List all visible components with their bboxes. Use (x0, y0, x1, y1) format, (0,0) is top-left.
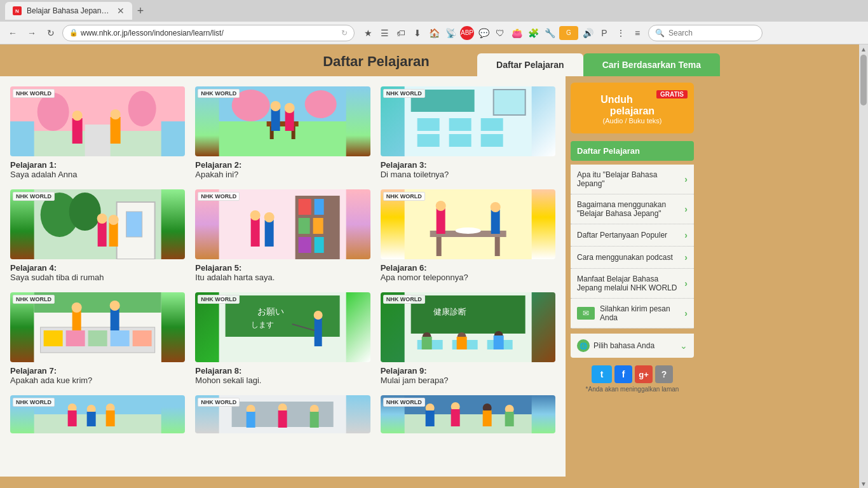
sidebar-item-0[interactable]: Apa itu "Belajar Bahasa Jepang" › (571, 165, 694, 194)
lesson-name-3: Di mana toiletnya? (381, 170, 555, 179)
language-selector[interactable]: 🌐 Pilih bahasa Anda ⌄ (571, 334, 694, 358)
sidebar-download[interactable]: GRATIS Unduh pelajaran (Audio / Buku tek… (571, 83, 694, 133)
svg-rect-18 (285, 111, 294, 131)
send-icon[interactable]: 📡 (444, 26, 458, 40)
chevron-icon-0: › (684, 174, 688, 184)
url-bar[interactable]: 🔒 www.nhk.or.jp/lesson/indonesian/learn/… (62, 25, 355, 41)
search-input[interactable] (668, 29, 756, 37)
lesson-card-10[interactable]: NHK WORLD (10, 395, 185, 433)
lesson-card-9[interactable]: NHK WORLD 健康診断 (381, 292, 555, 385)
sidebar-item-1[interactable]: Bagaimana menggunakan "Belajar Bahasa Je… (571, 194, 694, 224)
svg-point-12 (305, 90, 337, 118)
svg-rect-48 (265, 220, 274, 247)
svg-point-31 (69, 193, 101, 231)
svg-rect-5 (72, 118, 83, 144)
svg-point-37 (109, 215, 119, 225)
reload-button[interactable]: ↻ (43, 25, 58, 41)
svg-rect-86 (421, 337, 431, 349)
lesson-card-1[interactable]: NHK WORLD (10, 86, 185, 179)
svg-rect-64 (88, 330, 107, 346)
nhk-badge-10: NHK WORLD (13, 398, 55, 407)
bookmark-icon[interactable]: 🏷 (394, 26, 408, 40)
home-icon[interactable]: 🏠 (427, 26, 441, 40)
menu-icon-1[interactable]: ☰ (377, 26, 391, 40)
lesson-thumb-11: NHK WORLD (195, 395, 370, 433)
lesson-card-6[interactable]: NHK WORLD (381, 189, 555, 282)
nhk-badge: NHK WORLD (13, 89, 55, 98)
lesson-card-2[interactable]: NHK WORLD (195, 86, 370, 179)
download-icon[interactable]: ⬇ (410, 26, 424, 40)
lesson-thumb-12: NHK WORLD (381, 395, 555, 433)
lesson-card-3[interactable]: NHK WORLD (381, 86, 555, 179)
sidebar: GRATIS Unduh pelajaran (Audio / Buku tek… (566, 76, 699, 477)
tools-icon[interactable]: 🔧 (543, 26, 557, 40)
lesson-card-7[interactable]: NHK WORLD (10, 292, 185, 385)
sidebar-section-title: Daftar Pelajaran (571, 141, 694, 161)
gplus-button[interactable]: g+ (635, 365, 653, 383)
lesson-card-11[interactable]: NHK WORLD (195, 395, 370, 433)
chevron-icon-5: › (684, 308, 688, 318)
twitter-button[interactable]: t (592, 365, 612, 383)
lesson-name-5: Itu adalah harta saya. (195, 273, 370, 282)
scroll-down-arrow[interactable]: ▼ (859, 479, 868, 488)
tab-cari-berdasarkan-tema[interactable]: Cari Berdasarkan Tema (583, 53, 720, 76)
new-tab-button[interactable]: + (132, 3, 149, 19)
sidebar-item-2[interactable]: Daftar Pertanyaan Populer › (571, 224, 694, 247)
active-tab[interactable]: N Belajar Bahasa Jepang – Da... ✕ (5, 2, 132, 20)
shield-icon[interactable]: 🛡 (493, 26, 507, 40)
chat-icon[interactable]: 💬 (477, 26, 491, 40)
hamburger-icon[interactable]: ≡ (630, 26, 644, 40)
star-icon[interactable]: ★ (361, 26, 375, 40)
svg-point-69 (72, 302, 82, 313)
lesson-number-3: Pelajaran 3: (381, 160, 555, 170)
lesson-card-5[interactable]: NHK WORLD (195, 189, 370, 282)
tab-close-button[interactable]: ✕ (117, 6, 125, 16)
abp-icon[interactable]: ABP (460, 26, 474, 40)
scroll-up-arrow[interactable]: ▲ (859, 44, 868, 53)
sidebar-item-label-0: Apa itu "Belajar Bahasa Jepang" (577, 170, 684, 188)
sidebar-mail-item[interactable]: ✉ Silahkan kirim pesan Anda › (571, 299, 694, 329)
svg-rect-62 (44, 330, 63, 346)
lesson-thumb-1: NHK WORLD (10, 86, 185, 156)
url-refresh-icon[interactable]: ↻ (341, 29, 348, 37)
lesson-card-8[interactable]: NHK WORLD お願い します (195, 292, 370, 385)
facebook-button[interactable]: f (614, 365, 632, 383)
search-bar[interactable]: 🔍 (648, 25, 763, 41)
chevron-icon-3: › (684, 252, 688, 262)
help-button[interactable]: ? (655, 365, 673, 383)
lesson-thumb-8: NHK WORLD お願い します (195, 292, 370, 362)
ext-icon[interactable]: 🧩 (526, 26, 540, 40)
svg-point-8 (111, 109, 121, 119)
forward-button[interactable]: → (24, 25, 39, 41)
svg-rect-7 (111, 117, 121, 144)
address-bar: ← → ↻ 🔒 www.nhk.or.jp/lesson/indonesian/… (0, 22, 868, 44)
sidebar-item-4[interactable]: Manfaat Belajar Bahasa Jepang melalui NH… (571, 269, 694, 299)
download-sub: (Audio / Buku teks) (577, 117, 688, 125)
back-button[interactable]: ← (5, 25, 20, 41)
scrollbar-thumb[interactable] (860, 55, 867, 105)
lesson-card-4[interactable]: NHK WORLD (10, 189, 185, 282)
pinterest-icon[interactable]: P (597, 26, 611, 40)
svg-point-35 (97, 214, 107, 224)
svg-point-19 (285, 103, 295, 113)
scrollbar[interactable]: ▲ ▼ (859, 44, 868, 488)
sidebar-item-3[interactable]: Cara menggunakan podcast › (571, 247, 694, 269)
lesson-card-12[interactable]: NHK WORLD (381, 395, 555, 433)
svg-text:お願い: お願い (257, 306, 284, 316)
volume-icon[interactable]: 🔊 (581, 26, 595, 40)
nhk-badge-9: NHK WORLD (383, 295, 425, 304)
page-header: Daftar Pelajaran Daftar Pelajaran Cari B… (0, 44, 868, 76)
grammarly-icon[interactable]: G (559, 26, 578, 40)
tab-daftar-pelajaran[interactable]: Daftar Pelajaran (477, 53, 583, 76)
svg-point-2 (37, 93, 69, 131)
wallet-icon[interactable]: 👛 (510, 26, 524, 40)
svg-rect-23 (480, 118, 503, 131)
lesson-info-4: Pelajaran 4: Saya sudah tiba di rumah (10, 263, 185, 282)
svg-point-71 (110, 301, 120, 311)
svg-rect-55 (436, 208, 445, 234)
more-icon[interactable]: ⋮ (614, 26, 628, 40)
svg-rect-22 (449, 118, 471, 131)
svg-rect-33 (126, 212, 142, 237)
chevron-icon-4: › (684, 278, 688, 288)
lesson-number-9: Pelajaran 9: (381, 366, 555, 376)
